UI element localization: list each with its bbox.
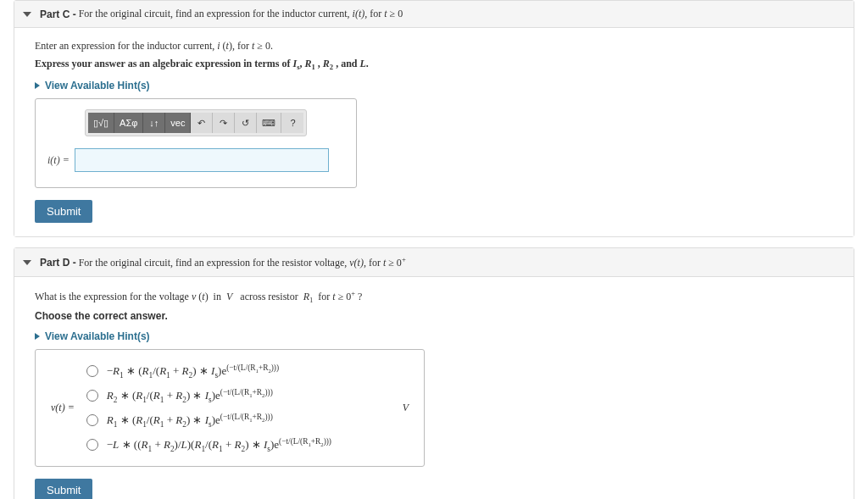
vt-label: v(t) = (51, 402, 75, 414)
part-d-choose-line: Choose the correct answer. (35, 310, 833, 322)
choice-radio-4[interactable] (86, 439, 98, 451)
greek-button[interactable]: ΑΣφ (114, 113, 143, 133)
part-c-hint-toggle[interactable]: View Available Hint(s) (35, 80, 833, 91)
part-d-submit-button[interactable]: Submit (35, 479, 92, 499)
triangle-right-icon (35, 333, 40, 340)
hint-label: View Available Hint(s) (45, 80, 150, 91)
part-d-header[interactable]: Part D - For the original circuit, find … (14, 248, 854, 277)
part-c-bold-instruction: Express your answer as an algebraic expr… (35, 58, 833, 71)
redo-button[interactable]: ↷ (213, 113, 235, 133)
hint-label: View Available Hint(s) (45, 330, 150, 342)
undo-button[interactable]: ↶ (191, 113, 213, 133)
part-c-collapse-caret-icon (23, 12, 31, 17)
expression-input[interactable] (75, 148, 329, 172)
part-c: Part C - For the original circuit, find … (14, 0, 854, 237)
part-c-answer-box: ▯√▯ ΑΣφ ↓↑ vec ↶ ↷ ↺ ⌨ ? i(t) = (35, 98, 357, 188)
expression-label: i(t) = (47, 154, 70, 167)
part-d-hint-toggle[interactable]: View Available Hint(s) (35, 330, 833, 342)
choice-text-3: R1 ∗ (R1/(R1 + R2) ∗ Is)e(−t/(L/(R1+R2))… (107, 413, 273, 429)
triangle-right-icon (35, 82, 40, 89)
choice-text-4: −L ∗ ((R1 + R2)/L)(R1/(R1 + R2) ∗ Is)e(−… (107, 437, 331, 453)
part-c-title-prefix: Part C - (40, 8, 76, 20)
unit-label: V (403, 402, 409, 414)
part-d-title-prefix: Part D - (40, 257, 76, 269)
part-c-header[interactable]: Part C - For the original circuit, find … (14, 1, 854, 28)
keyboard-button[interactable]: ⌨ (257, 113, 281, 133)
templates-button[interactable]: ▯√▯ (88, 113, 114, 133)
help-button[interactable]: ? (281, 113, 303, 133)
part-d-title-text: For the original circuit, find an expres… (79, 255, 406, 269)
choice-list: −R1 ∗ (R1/(R1 + R2) ∗ Is)e(−t/(L/(R1+R2)… (86, 363, 386, 453)
choice-option-4[interactable]: −L ∗ ((R1 + R2)/L)(R1/(R1 + R2) ∗ Is)e(−… (86, 437, 386, 453)
part-d-choice-box: v(t) = −R1 ∗ (R1/(R1 + R2) ∗ Is)e(−t/(L/… (35, 349, 425, 468)
formula-toolbar: ▯√▯ ΑΣφ ↓↑ vec ↶ ↷ ↺ ⌨ ? (85, 109, 307, 136)
part-c-submit-button[interactable]: Submit (35, 200, 92, 223)
part-c-body: Enter an expression for the inductor cur… (14, 28, 854, 236)
choice-option-2[interactable]: R2 ∗ (R1/(R1 + R2) ∗ Is)e(−t/(L/(R1+R2))… (86, 388, 386, 404)
part-c-instruction: Enter an expression for the inductor cur… (35, 40, 833, 53)
part-d-question: What is the expression for the voltage v… (35, 289, 833, 304)
part-d-body: What is the expression for the voltage v… (14, 277, 854, 499)
part-c-title-text: For the original circuit, find an expres… (79, 8, 403, 20)
choice-text-2: R2 ∗ (R1/(R1 + R2) ∗ Is)e(−t/(L/(R1+R2))… (107, 388, 273, 404)
choice-radio-3[interactable] (86, 414, 98, 426)
choice-radio-2[interactable] (86, 390, 98, 402)
choice-radio-1[interactable] (86, 365, 98, 377)
choice-text-1: −R1 ∗ (R1/(R1 + R2) ∗ Is)e(−t/(L/(R1+R2)… (107, 363, 279, 380)
choice-option-1[interactable]: −R1 ∗ (R1/(R1 + R2) ∗ Is)e(−t/(L/(R1+R2)… (86, 363, 386, 380)
subsup-button[interactable]: ↓↑ (143, 113, 165, 133)
choice-option-3[interactable]: R1 ∗ (R1/(R1 + R2) ∗ Is)e(−t/(L/(R1+R2))… (86, 413, 386, 429)
reset-button[interactable]: ↺ (235, 113, 257, 133)
part-d-collapse-caret-icon (23, 260, 31, 265)
vec-button[interactable]: vec (165, 113, 191, 133)
expression-row: i(t) = (47, 148, 344, 172)
part-d: Part D - For the original circuit, find … (14, 247, 854, 499)
